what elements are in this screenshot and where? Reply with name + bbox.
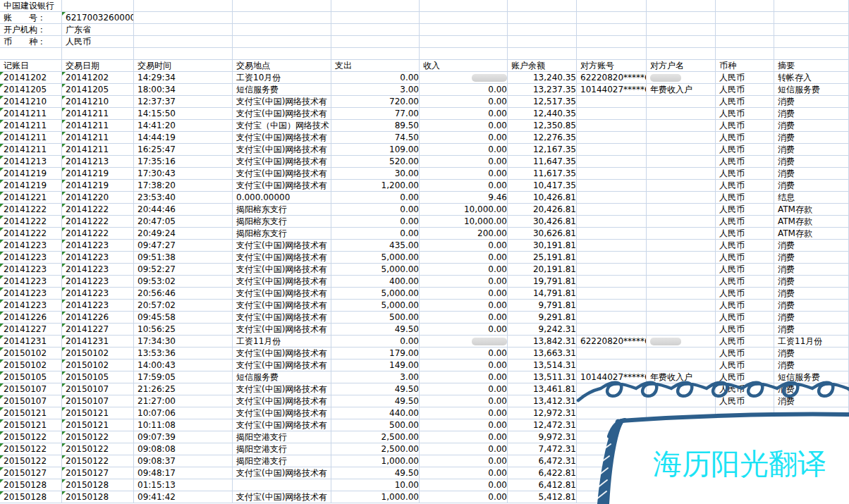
table-cell[interactable]: 09:52:27	[134, 264, 233, 276]
column-header[interactable]: 收入	[420, 60, 508, 72]
table-cell[interactable]: 09:41:42	[134, 491, 233, 503]
table-cell[interactable]: 工资11月份	[774, 336, 849, 348]
table-cell[interactable]: 20150105	[62, 371, 134, 383]
table-cell[interactable]: 20150121	[0, 419, 62, 431]
table-cell[interactable]	[774, 455, 849, 467]
table-cell[interactable]: 20141213	[0, 156, 62, 168]
table-cell[interactable]: 支付宝(中国)网络技术有	[233, 288, 331, 300]
table-cell[interactable]: 20141205	[62, 84, 134, 96]
table-cell[interactable]: 6,472.31	[508, 455, 577, 467]
table-cell[interactable]: 消费	[774, 359, 849, 371]
table-cell[interactable]	[420, 0, 508, 12]
table-cell[interactable]: 6,412.81	[508, 479, 577, 491]
table-cell[interactable]: 人民币	[716, 132, 774, 144]
table-cell[interactable]: 30,426.81	[508, 216, 577, 228]
table-cell[interactable]: 20141223	[0, 264, 62, 276]
table-cell[interactable]	[134, 36, 233, 48]
table-cell[interactable]	[577, 443, 647, 455]
table-cell[interactable]: 人民币	[716, 72, 774, 84]
table-cell[interactable]: 人民币	[716, 240, 774, 252]
table-cell[interactable]	[716, 479, 774, 491]
table-cell[interactable]	[647, 443, 716, 455]
table-cell[interactable]: 19,791.81	[508, 276, 577, 288]
table-cell[interactable]: 14:44:19	[134, 132, 233, 144]
table-cell[interactable]: 20141221	[0, 192, 62, 204]
table-cell[interactable]: 20141220	[62, 192, 134, 204]
table-cell[interactable]: 6,422.81	[508, 467, 577, 479]
table-cell[interactable]	[420, 336, 508, 348]
table-cell[interactable]: 09:53:02	[134, 276, 233, 288]
table-cell[interactable]: 09:48:17	[134, 467, 233, 479]
table-cell[interactable]: 20141202	[0, 72, 62, 84]
table-cell[interactable]: 20141223	[0, 276, 62, 288]
table-cell[interactable]: 20141231	[62, 336, 134, 348]
table-cell[interactable]	[716, 407, 774, 419]
table-cell[interactable]: 0.00	[420, 479, 508, 491]
table-cell[interactable]: 0.00	[420, 108, 508, 120]
table-cell[interactable]: 20150127	[62, 467, 134, 479]
table-cell[interactable]: 09:08:37	[134, 455, 233, 467]
table-cell[interactable]: 74.50	[331, 132, 420, 144]
table-cell[interactable]	[716, 455, 774, 467]
table-cell[interactable]	[647, 0, 716, 12]
table-cell[interactable]: 20141222	[62, 216, 134, 228]
table-cell[interactable]: 10:11:08	[134, 419, 233, 431]
table-cell[interactable]: 0.00	[420, 431, 508, 443]
table-cell[interactable]	[577, 0, 647, 12]
table-cell[interactable]: 21:26:25	[134, 383, 233, 395]
table-cell[interactable]: 0.00	[420, 407, 508, 419]
table-cell[interactable]: 支付宝(中国)网络技术有	[233, 383, 331, 395]
table-cell[interactable]: 20141223	[0, 300, 62, 312]
table-cell[interactable]: 20150107	[0, 395, 62, 407]
table-cell[interactable]	[508, 48, 577, 60]
table-cell[interactable]	[647, 48, 716, 60]
table-cell[interactable]: 0.00	[420, 180, 508, 192]
table-cell[interactable]: 1,000.00	[331, 455, 420, 467]
column-header[interactable]: 账户余额	[508, 60, 577, 72]
table-cell[interactable]: ATM存款	[774, 204, 849, 216]
table-cell[interactable]: 人民币	[716, 336, 774, 348]
table-cell[interactable]: 10:56:25	[134, 324, 233, 336]
table-cell[interactable]: 年费收入户	[647, 371, 716, 383]
table-cell[interactable]: 结息	[774, 192, 849, 204]
table-cell[interactable]: 20141211	[62, 120, 134, 132]
table-cell[interactable]: 49.50	[331, 383, 420, 395]
table-cell[interactable]	[647, 24, 716, 36]
table-cell[interactable]: 20150122	[62, 455, 134, 467]
table-cell[interactable]: 179.00	[331, 348, 420, 359]
table-cell[interactable]: 20141231	[0, 336, 62, 348]
table-cell[interactable]: 人民币	[716, 383, 774, 395]
table-cell[interactable]: 支付宝(中国)网络技术有	[233, 312, 331, 324]
currency-value-cell[interactable]: 人民币	[62, 36, 134, 48]
table-cell[interactable]: 0.000.00000	[233, 192, 331, 204]
table-cell[interactable]: 消费	[774, 312, 849, 324]
table-cell[interactable]: 20141211	[0, 144, 62, 156]
table-cell[interactable]: 支付宝(中国)网络技术有	[233, 300, 331, 312]
table-cell[interactable]	[647, 96, 716, 108]
table-cell[interactable]	[577, 467, 647, 479]
table-cell[interactable]	[577, 120, 647, 132]
table-cell[interactable]: 20141211	[62, 108, 134, 120]
table-cell[interactable]: 09:47:27	[134, 240, 233, 252]
table-cell[interactable]: 0.00	[420, 156, 508, 168]
table-cell[interactable]: 0.00	[420, 383, 508, 395]
table-cell[interactable]: 短信服务费	[233, 84, 331, 96]
table-cell[interactable]: 20:57:02	[134, 300, 233, 312]
table-cell[interactable]	[774, 419, 849, 431]
table-cell[interactable]	[508, 36, 577, 48]
table-cell[interactable]: 支付宝(中国)网络技术有	[233, 395, 331, 407]
table-cell[interactable]: 20141219	[62, 180, 134, 192]
table-cell[interactable]	[577, 48, 647, 60]
table-cell[interactable]	[774, 443, 849, 455]
table-cell[interactable]: 1,200.00	[331, 180, 420, 192]
table-cell[interactable]	[233, 24, 331, 36]
table-cell[interactable]: 0.00	[331, 336, 420, 348]
table-cell[interactable]	[647, 395, 716, 407]
table-cell[interactable]: 人民币	[716, 180, 774, 192]
table-cell[interactable]: 20150107	[62, 395, 134, 407]
table-cell[interactable]: 20150122	[62, 431, 134, 443]
column-header[interactable]: 币种	[716, 60, 774, 72]
table-cell[interactable]	[331, 36, 420, 48]
table-cell[interactable]	[716, 431, 774, 443]
table-cell[interactable]: 20141211	[0, 132, 62, 144]
